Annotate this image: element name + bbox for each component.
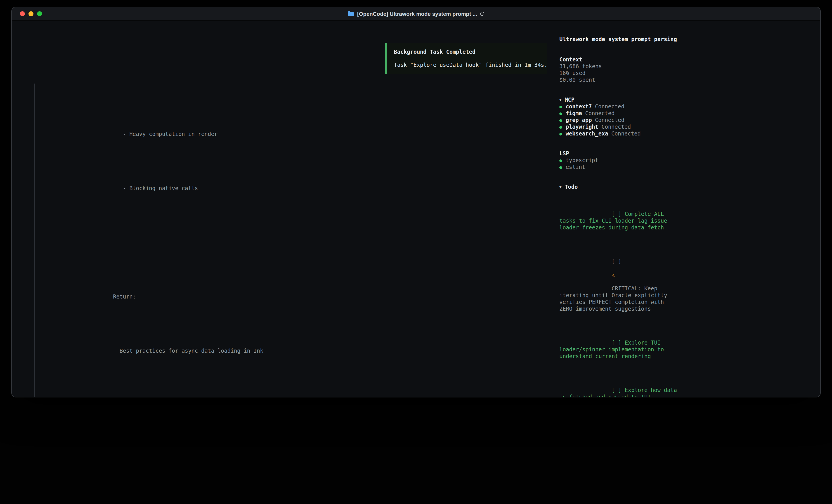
todo-section-header[interactable]: ▼ Todo bbox=[560, 184, 816, 191]
window-title-group: [OpenCode] Ultrawork mode system prompt … bbox=[348, 10, 485, 17]
todo-item: [ ] Explore TUI loader/spinner implement… bbox=[560, 319, 679, 367]
mcp-server-item: websearch_exa Connected bbox=[560, 131, 816, 137]
lsp-server-item: typescript bbox=[560, 157, 816, 164]
mcp-server-name: figma bbox=[566, 110, 582, 117]
context-used: 16% used bbox=[560, 70, 816, 77]
terminal-text-segment: Return: bbox=[113, 293, 136, 300]
lsp-server-item: eslint bbox=[560, 164, 816, 171]
todo-text-segment: [ ] bbox=[612, 258, 625, 264]
mcp-server-name: grep_app bbox=[566, 117, 592, 124]
zoom-button[interactable] bbox=[37, 11, 42, 16]
context-tokens: 31,686 tokens bbox=[560, 63, 816, 70]
notification-toast: Background Task Completed Task "Explore … bbox=[385, 44, 547, 74]
terminal-line bbox=[41, 219, 547, 253]
mcp-server-item: playwright Connected bbox=[560, 124, 816, 131]
todo-text-segment: [ ] Complete ALL tasks to fix CLI loader… bbox=[560, 211, 677, 231]
close-button[interactable] bbox=[20, 11, 25, 16]
lsp-server-name: eslint bbox=[566, 164, 586, 171]
mcp-server-name: context7 bbox=[566, 104, 592, 110]
chevron-down-icon: ▼ bbox=[560, 184, 562, 191]
terminal-text-segment: - Blocking native calls bbox=[113, 185, 198, 192]
mcp-server-status: Connected bbox=[595, 117, 624, 124]
context-spent: $0.00 spent bbox=[560, 77, 816, 84]
todo-heading: Todo bbox=[565, 184, 578, 191]
terminal-window: [OpenCode] Ultrawork mode system prompt … bbox=[11, 7, 821, 397]
mcp-server-status: Connected bbox=[595, 104, 624, 110]
notification-title: Background Task Completed bbox=[394, 49, 543, 56]
terminal-text-segment: - Best practices for async data loading … bbox=[113, 348, 263, 354]
todo-item: [ ] Complete ALL tasks to fix CLI loader… bbox=[560, 191, 679, 238]
screen: [OpenCode] Ultrawork mode system prompt … bbox=[0, 0, 832, 504]
window-title: [OpenCode] Ultrawork mode system prompt … bbox=[357, 10, 477, 17]
todo-item: [ ] Explore how data is fetched and pass… bbox=[560, 367, 679, 397]
terminal-line: - Blocking native calls bbox=[41, 165, 547, 199]
folder-icon bbox=[348, 11, 354, 16]
mcp-server-name: playwright bbox=[566, 124, 598, 131]
context-heading: Context bbox=[560, 56, 816, 63]
window-body: Background Task Completed Task "Explore … bbox=[12, 21, 820, 397]
loading-circle-icon bbox=[480, 12, 484, 16]
status-dot-icon bbox=[560, 106, 562, 108]
mcp-server-list: context7 Connected figma Connected grep_ bbox=[560, 104, 816, 137]
todo-text-segment: CRITICAL: Keep iterating until Oracle ex… bbox=[560, 285, 670, 312]
mcp-server-item: grep_app Connected bbox=[560, 117, 816, 124]
chat-main-pane: Background Task Completed Task "Explore … bbox=[12, 21, 550, 397]
terminal-line: - Best practices for async data loading … bbox=[41, 328, 547, 361]
terminal-blocks-a: - Heavy computation in render - Blocking… bbox=[41, 56, 547, 397]
status-dot-icon bbox=[560, 119, 562, 122]
mcp-heading: MCP bbox=[565, 96, 574, 104]
mcp-server-name: websearch_exa bbox=[566, 131, 608, 137]
mcp-server-status: Connected bbox=[612, 131, 641, 137]
notification-body: Task "Explore useData hook" finished in … bbox=[394, 62, 543, 68]
todo-text-segment: [ ] Explore TUI loader/spinner implement… bbox=[560, 340, 667, 360]
terminal-line: - Heavy computation in render bbox=[41, 111, 547, 144]
session-title: Ultrawork mode system prompt parsing bbox=[560, 36, 679, 43]
traffic-lights bbox=[20, 11, 42, 16]
lsp-server-name: typescript bbox=[566, 157, 598, 164]
mcp-server-status: Connected bbox=[585, 110, 615, 117]
mcp-server-item: context7 Connected bbox=[560, 104, 816, 110]
mcp-server-item: figma Connected bbox=[560, 110, 816, 117]
minimize-button[interactable] bbox=[28, 11, 33, 16]
lsp-heading: LSP bbox=[560, 150, 569, 157]
terminal-line: Return: bbox=[41, 273, 547, 307]
terminal-text-segment: - Heavy computation in render bbox=[113, 131, 217, 137]
todo-text-segment: ⚠ bbox=[612, 272, 618, 278]
status-dot-icon bbox=[560, 166, 562, 169]
terminal-output: - Heavy computation in render - Blocking… bbox=[41, 36, 547, 397]
status-dot-icon bbox=[560, 112, 562, 115]
todo-item: [ ] ⚠ CRITICAL: Keep iterating until Ora… bbox=[560, 238, 679, 319]
terminal-block: - Heavy computation in render - Blocking… bbox=[34, 84, 547, 397]
session-sidebar: Ultrawork mode system prompt parsing Con… bbox=[550, 21, 820, 397]
lsp-section-header: LSP bbox=[560, 150, 816, 157]
window-titlebar: [OpenCode] Ultrawork mode system prompt … bbox=[12, 7, 820, 21]
todo-list: [ ] Complete ALL tasks to fix CLI loader… bbox=[560, 191, 679, 397]
status-dot-icon bbox=[560, 126, 562, 129]
status-dot-icon bbox=[560, 159, 562, 162]
todo-text-segment: [ ] Explore how data is fetched and pass… bbox=[560, 387, 680, 397]
mcp-section-header[interactable]: ▼ MCP bbox=[560, 96, 816, 104]
terminal-line: - Code examples of non-blocking patterns bbox=[41, 382, 547, 397]
lsp-server-list: typescript eslint bbox=[560, 157, 816, 171]
status-dot-icon bbox=[560, 133, 562, 135]
terminal-text-segment bbox=[113, 240, 116, 246]
chevron-down-icon: ▼ bbox=[560, 96, 562, 104]
mcp-server-status: Connected bbox=[602, 124, 631, 131]
